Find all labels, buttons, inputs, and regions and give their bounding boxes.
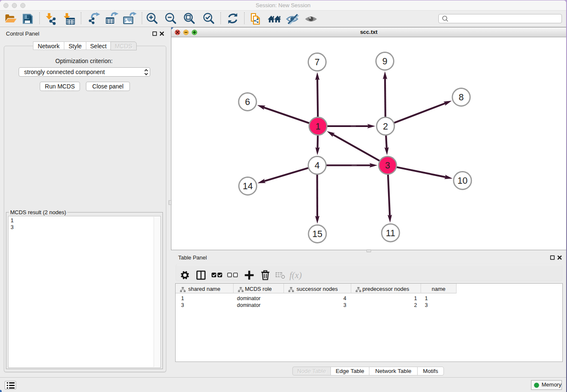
svg-text:11: 11 (386, 228, 395, 238)
svg-text:9: 9 (383, 56, 388, 66)
svg-text:10: 10 (457, 176, 468, 186)
svg-text:15: 15 (312, 229, 322, 239)
svg-text:2: 2 (383, 121, 388, 132)
svg-text:3: 3 (385, 160, 390, 171)
svg-text:1: 1 (316, 121, 321, 132)
svg-text:6: 6 (245, 97, 250, 107)
svg-text:8: 8 (459, 92, 464, 102)
svg-text:7: 7 (315, 57, 320, 67)
svg-text:4: 4 (315, 160, 320, 171)
svg-text:f(x): f(x) (289, 270, 302, 280)
svg-text:14: 14 (243, 181, 253, 191)
